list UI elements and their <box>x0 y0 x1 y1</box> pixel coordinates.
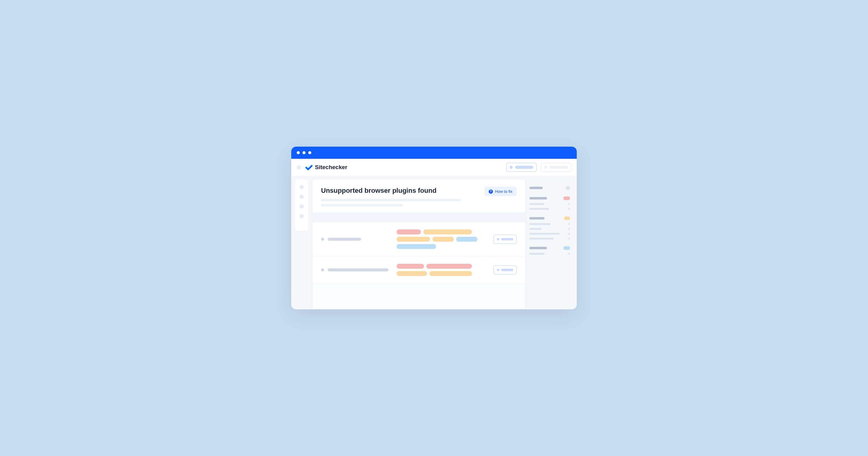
sidebar-item[interactable] <box>300 204 304 208</box>
rp-item[interactable] <box>529 233 570 235</box>
rp-item[interactable] <box>529 223 570 225</box>
row-tags <box>397 230 488 249</box>
issue-row <box>312 257 525 284</box>
tag <box>456 237 477 242</box>
rp-badge <box>566 186 570 190</box>
tag <box>426 264 472 269</box>
titlebar <box>291 146 577 159</box>
tag <box>423 230 472 234</box>
menu-icon[interactable] <box>297 165 301 169</box>
tab-strip <box>312 213 525 222</box>
subtitle-line <box>321 199 461 201</box>
page-title: Unsupported browser plugins found <box>321 187 485 195</box>
sidebar-item[interactable] <box>300 185 304 189</box>
body: Unsupported browser plugins found ? How … <box>291 176 577 310</box>
brand-check-icon <box>305 164 312 171</box>
rp-group <box>529 246 570 255</box>
row-label <box>328 268 389 271</box>
rp-item[interactable] <box>529 228 570 230</box>
hero: Unsupported browser plugins found ? How … <box>312 180 525 213</box>
rp-badge <box>563 196 570 200</box>
rp-item[interactable] <box>529 203 570 205</box>
subtitle-line <box>321 204 403 206</box>
row-tags <box>397 264 488 276</box>
rp-group <box>529 186 570 190</box>
header: Sitechecker <box>291 159 577 176</box>
sidebar <box>295 180 308 231</box>
row-status-dot <box>321 238 324 241</box>
right-panel <box>525 180 577 310</box>
how-to-fix-label: How to fix <box>495 189 513 194</box>
issue-rows <box>312 222 525 284</box>
main-panel: Unsupported browser plugins found ? How … <box>312 180 525 310</box>
rp-item[interactable] <box>529 208 570 210</box>
tag <box>397 244 436 249</box>
header-secondary-button[interactable] <box>541 163 571 172</box>
rp-group-title <box>529 247 547 249</box>
brand-name: Sitechecker <box>315 164 347 171</box>
help-icon: ? <box>489 190 493 194</box>
sidebar-item[interactable] <box>300 214 304 218</box>
row-action-button[interactable] <box>494 265 517 274</box>
app-window: Sitechecker Unsupported browser plugins … <box>291 146 577 310</box>
traffic-max[interactable] <box>308 151 311 154</box>
tag <box>397 237 430 242</box>
tag <box>397 264 424 269</box>
sidebar-item[interactable] <box>300 195 304 199</box>
rp-group-title <box>529 187 543 189</box>
row-status-dot <box>321 268 324 271</box>
rp-item[interactable] <box>529 253 570 255</box>
rp-badge <box>563 246 570 250</box>
how-to-fix-button[interactable]: ? How to fix <box>485 187 517 196</box>
traffic-close[interactable] <box>297 151 300 154</box>
rp-item[interactable] <box>529 238 570 239</box>
brand[interactable]: Sitechecker <box>305 164 347 171</box>
row-action-button[interactable] <box>494 235 517 244</box>
tag <box>397 271 427 276</box>
rp-group <box>529 196 570 210</box>
issue-row <box>312 222 525 257</box>
rp-group-title <box>529 197 547 199</box>
rp-badge <box>564 217 570 220</box>
row-label <box>328 238 361 241</box>
tag <box>397 230 421 234</box>
traffic-min[interactable] <box>303 151 306 154</box>
header-primary-button[interactable] <box>506 163 537 172</box>
rp-group-title <box>529 217 545 220</box>
tag <box>432 237 454 242</box>
tag <box>429 271 472 276</box>
rp-group <box>529 217 570 239</box>
